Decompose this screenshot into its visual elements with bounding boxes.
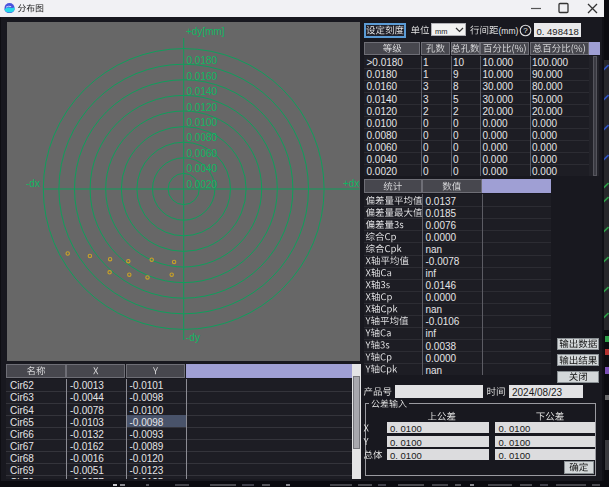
svg-text:0.0180: 0.0180	[187, 55, 218, 66]
svg-text:0.0100: 0.0100	[187, 117, 218, 128]
svg-text:-dy: -dy	[186, 332, 200, 343]
svg-text:0.0060: 0.0060	[187, 148, 218, 159]
svg-text:-dx: -dx	[26, 178, 40, 189]
svg-text:0.0160: 0.0160	[187, 71, 218, 82]
svg-text:0.0040: 0.0040	[187, 163, 218, 174]
svg-text:+dx[mm]: +dx[mm]	[343, 178, 360, 189]
svg-text:+dy[mm]: +dy[mm]	[186, 26, 225, 37]
svg-text:0.0140: 0.0140	[187, 86, 218, 97]
svg-text:0.0120: 0.0120	[187, 102, 218, 113]
svg-text:0.0080: 0.0080	[187, 132, 218, 143]
svg-text:0.0020: 0.0020	[187, 179, 218, 190]
svg-text:?: ?	[523, 26, 528, 35]
